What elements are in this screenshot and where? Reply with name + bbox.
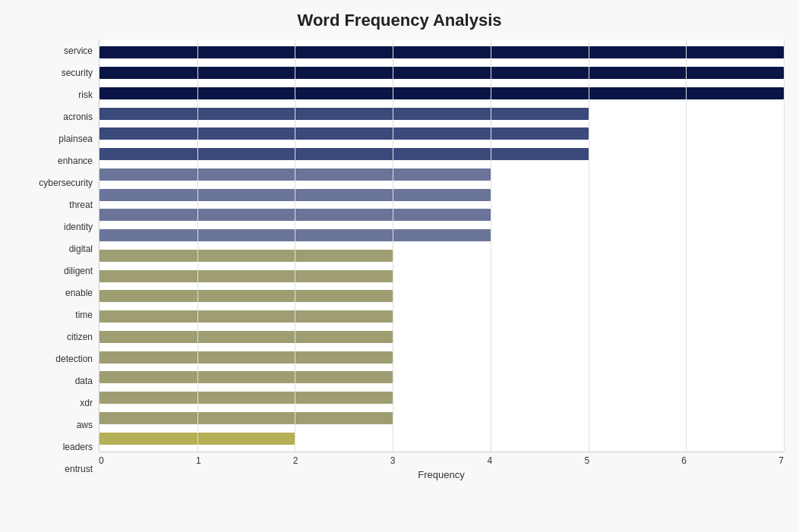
bar-row [99,428,784,449]
bar-row [99,367,784,388]
bar [99,67,784,79]
bars-container [99,39,784,452]
bar [99,270,393,282]
x-tick: 1 [196,455,201,466]
y-axis: servicesecurityriskacronisplainseaenhanc… [15,39,99,480]
bar-row [99,225,784,246]
bar [99,392,393,404]
x-tick: 7 [778,455,784,466]
bar [99,351,393,364]
chart-title: Word Frequency Analysis [15,8,784,30]
y-label: service [64,46,93,55]
y-label: leaders [63,442,93,452]
bar [99,412,393,424]
bar [99,87,784,99]
x-axis: 01234567 [99,452,784,466]
y-label: aws [77,420,93,430]
y-label: threat [69,200,93,209]
x-tick: 2 [293,455,298,466]
bar-row [99,103,784,124]
y-label: enable [65,288,93,297]
y-label: security [62,68,93,77]
bar [99,371,393,383]
bar [99,433,295,445]
bar [99,127,589,140]
y-label: citizen [67,332,93,342]
bar-row [99,388,784,408]
bar-row [99,63,784,83]
y-label: enhance [58,156,93,165]
bar [99,168,491,181]
bar [99,46,784,58]
y-label: plainsea [58,134,93,143]
y-label: xdr [80,398,93,408]
bar [99,310,393,323]
y-label: detection [55,354,93,364]
y-label: risk [78,90,93,99]
bar-row [99,327,784,348]
bar-row [99,286,784,307]
bar [99,331,393,343]
x-tick: 4 [488,455,493,466]
y-label: entrust [65,464,93,474]
y-label: time [75,310,93,320]
bar-row [99,124,784,144]
bar-row [99,144,784,165]
bar-row [99,184,784,205]
chart-area: servicesecurityriskacronisplainseaenhanc… [15,39,784,480]
bar-row [99,83,784,104]
y-label: digital [69,244,93,253]
x-tick: 3 [390,455,396,466]
bar-row [99,42,784,63]
x-tick: 5 [584,455,589,466]
y-label: acronis [63,112,93,121]
bar [99,229,491,241]
chart-container: Word Frequency Analysis servicesecurityr… [0,0,799,532]
bar-row [99,165,784,185]
bar [99,250,393,262]
y-label: data [75,376,93,386]
y-label: cybersecurity [39,178,93,187]
y-label: identity [64,222,93,231]
bar [99,148,589,160]
x-axis-label: Frequency [99,469,784,480]
plot-area: 01234567 Frequency [99,39,784,480]
bar-row [99,307,784,327]
bar-row [99,205,784,225]
x-tick: 6 [681,455,687,466]
bar-row [99,266,784,286]
y-label: diligent [64,266,93,275]
bar-row [99,347,784,367]
bar [99,290,393,302]
bar [99,209,491,221]
bar-row [99,246,784,266]
grid-line [784,39,785,452]
bar [99,189,491,201]
x-tick: 0 [99,455,104,466]
bar-row [99,408,784,429]
bar [99,108,589,120]
